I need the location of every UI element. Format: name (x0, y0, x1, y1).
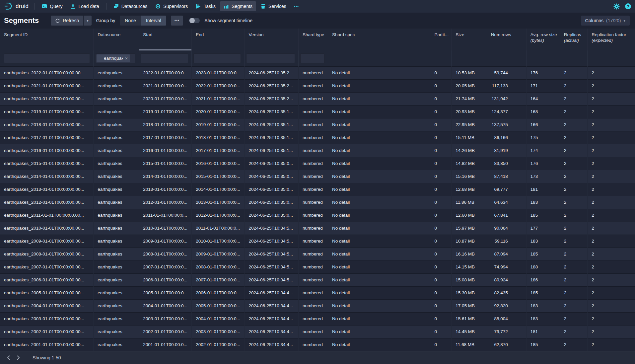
cell-partit: 0 (430, 131, 452, 144)
column-header-datasource[interactable]: Datasource (94, 29, 139, 50)
segments-toolbar: Segments Refresh ▾ Group by NoneInterval… (0, 13, 635, 29)
column-header-size[interactable]: Size (452, 29, 487, 50)
nav-item-load-data[interactable]: Load data (67, 1, 103, 11)
segment-timeline-toggle[interactable] (189, 18, 200, 23)
cell-end: 2011-01-01T00:00:0... (192, 222, 245, 235)
cell-datasource: earthquakes (94, 105, 139, 118)
close-icon[interactable]: × (125, 56, 128, 61)
pagination-footer: Showing 1-50 (0, 351, 635, 364)
group-by-option-interval[interactable]: Interval (141, 16, 166, 26)
next-page-button[interactable] (13, 353, 23, 363)
segment-row[interactable]: earthquakes_2006-01-01T00:00:00.00...ear… (0, 273, 635, 286)
nav-item-datasources[interactable]: Datasources (110, 1, 151, 11)
filter-input-segment-id[interactable] (4, 53, 90, 63)
segment-row[interactable]: earthquakes_2011-01-01T00:00:00.00...ear… (0, 209, 635, 222)
filter-input-shard-type[interactable] (300, 53, 324, 63)
column-header-shard-spec[interactable]: Shard spec (328, 29, 430, 50)
cell-avg-row-size: 166 (526, 118, 560, 131)
column-header-start[interactable]: Start (139, 29, 192, 50)
segment-row[interactable]: earthquakes_2018-01-01T00:00:00.00...ear… (0, 118, 635, 131)
cell-version: 2024-06-25T10:35:1... (245, 105, 299, 118)
gear-icon[interactable] (613, 3, 620, 10)
column-header-segment-id[interactable]: Segment ID (0, 29, 94, 50)
column-header-replication-factor[interactable]: Replication factor(expected) (588, 29, 635, 50)
cell-shard-spec: No detail (328, 209, 430, 222)
nav-item-more[interactable] (290, 1, 303, 11)
segment-row[interactable]: earthquakes_2001-01-01T00:00:00.00...ear… (0, 338, 635, 351)
previous-page-button[interactable] (3, 353, 13, 363)
cell-version: 2024-06-25T10:35:2... (245, 92, 299, 105)
cell-segment-id: earthquakes_2014-01-01T00:00:00.00... (0, 170, 94, 183)
nav-item-query[interactable]: Query (38, 1, 66, 11)
help-icon[interactable]: ? (625, 3, 631, 9)
cell-shard-type: numbered (299, 105, 328, 118)
filter-input-datasource[interactable]: =earthquakes× (95, 53, 135, 63)
segment-row[interactable]: earthquakes_2015-01-01T00:00:00.00...ear… (0, 157, 635, 170)
segment-row[interactable]: earthquakes_2017-01-01T00:00:00.00...ear… (0, 131, 635, 144)
segment-row[interactable]: earthquakes_2020-01-01T00:00:00.00...ear… (0, 92, 635, 105)
cell-num-rows: 87,418 (487, 170, 526, 183)
nav-item-segments[interactable]: Segments (220, 1, 256, 11)
column-header-avg-row-size[interactable]: Avg. row size(bytes) (526, 29, 560, 50)
segment-row[interactable]: earthquakes_2019-01-01T00:00:00.00...ear… (0, 105, 635, 118)
segment-row[interactable]: earthquakes_2004-01-01T00:00:00.00...ear… (0, 299, 635, 312)
cell-shard-type: numbered (299, 286, 328, 299)
nav-item-supervisors[interactable]: Supervisors (152, 1, 191, 11)
filter-input-start[interactable] (141, 53, 188, 63)
cell-datasource: earthquakes (94, 92, 139, 105)
segment-row[interactable]: earthquakes_2003-01-01T00:00:00.00...ear… (0, 312, 635, 325)
cell-num-rows: 69,777 (487, 183, 526, 196)
column-header-replicas[interactable]: Replicas(actual) (560, 29, 588, 50)
columns-count: (17/20) (606, 18, 621, 23)
cell-replication-factor: 2 (588, 131, 635, 144)
refresh-dropdown-button[interactable]: ▾ (84, 16, 92, 26)
nav-item-label: Tasks (204, 4, 216, 9)
filter-input-version[interactable] (246, 53, 295, 63)
segment-row[interactable]: earthquakes_2002-01-01T00:00:00.00...ear… (0, 325, 635, 338)
cell-partit: 0 (430, 260, 452, 273)
segment-row[interactable]: earthquakes_2014-01-01T00:00:00.00...ear… (0, 170, 635, 183)
more-options-button[interactable]: ••• (171, 16, 183, 26)
filter-chip[interactable]: =earthquakes× (97, 54, 130, 62)
nav-item-tasks[interactable]: Tasks (192, 1, 219, 11)
column-header-version[interactable]: Version (245, 29, 299, 50)
cell-replicas: 2 (560, 260, 588, 273)
column-header-shard-type[interactable]: Shard type (299, 29, 328, 50)
cell-version: 2024-06-25T10:34:4... (245, 312, 299, 325)
refresh-label: Refresh (63, 18, 79, 23)
cell-replicas: 2 (560, 92, 588, 105)
columns-button[interactable]: Columns (17/20) ▾ (581, 16, 630, 26)
cell-version: 2024-06-25T10:35:0... (245, 170, 299, 183)
column-header-end[interactable]: End (192, 29, 245, 50)
segment-row[interactable]: earthquakes_2021-01-01T00:00:00.00...ear… (0, 79, 635, 92)
segment-row[interactable]: earthquakes_2007-01-01T00:00:00.00...ear… (0, 260, 635, 273)
filter-input-end[interactable] (193, 53, 241, 63)
nav-item-services[interactable]: Services (257, 1, 290, 11)
group-by-option-none[interactable]: None (120, 16, 141, 26)
cell-datasource: earthquakes (94, 131, 139, 144)
refresh-button[interactable]: Refresh (51, 16, 83, 26)
druid-logo-icon (4, 2, 13, 11)
segment-row[interactable]: earthquakes_2012-01-01T00:00:00.00...ear… (0, 196, 635, 209)
segment-row[interactable]: earthquakes_2009-01-01T00:00:00.00...ear… (0, 235, 635, 248)
segment-row[interactable]: earthquakes_2010-01-01T00:00:00.00...ear… (0, 222, 635, 235)
segment-row[interactable]: earthquakes_2013-01-01T00:00:00.00...ear… (0, 183, 635, 196)
cell-replication-factor: 2 (588, 312, 635, 325)
cell-num-rows: 92,820 (487, 299, 526, 312)
showing-range-label: Showing 1-50 (33, 355, 61, 360)
cell-datasource: earthquakes (94, 157, 139, 170)
cell-end: 2003-01-01T00:00:0... (192, 325, 245, 338)
druid-logo[interactable]: druid (4, 2, 29, 11)
segment-row[interactable]: earthquakes_2005-01-01T00:00:00.00...ear… (0, 286, 635, 299)
segment-row[interactable]: earthquakes_2008-01-01T00:00:00.00...ear… (0, 248, 635, 260)
cell-datasource: earthquakes (94, 299, 139, 312)
segment-row[interactable]: earthquakes_2016-01-01T00:00:00.00...ear… (0, 144, 635, 157)
column-header-partit[interactable]: Partit... (430, 29, 452, 50)
column-header-num-rows[interactable]: Num rows (487, 29, 526, 50)
cell-start: 2008-01-01T00:00:0... (139, 248, 192, 260)
cell-partit: 0 (430, 299, 452, 312)
cell-end: 2020-01-01T00:00:0... (192, 105, 245, 118)
cell-start: 2006-01-01T00:00:0... (139, 273, 192, 286)
segment-row[interactable]: earthquakes_2022-01-01T00:00:00.00...ear… (0, 66, 635, 79)
cell-avg-row-size: 181 (526, 183, 560, 196)
